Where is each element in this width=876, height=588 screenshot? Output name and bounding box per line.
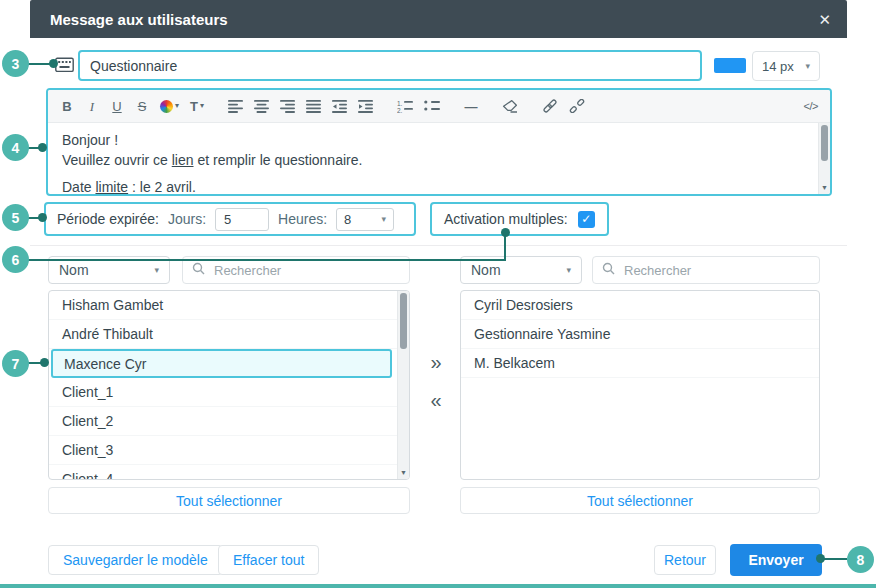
font-size-icon[interactable]: T▾: [190, 97, 204, 115]
check-icon: ✓: [581, 213, 591, 225]
editor-text-underlined: limite: [95, 179, 128, 195]
message-aux-utilisateurs-dialog: Message aux utilisateurs ✕ 14 px ▾ B I U…: [0, 0, 876, 588]
search-icon: [192, 261, 205, 279]
svg-text:2.: 2.: [397, 106, 403, 113]
ordered-list-icon[interactable]: 1.2.: [397, 97, 413, 115]
palette-circle: [160, 100, 173, 113]
search-icon: [602, 261, 615, 279]
send-button[interactable]: Envoyer: [730, 544, 822, 576]
dialog-header: Message aux utilisateurs ✕: [30, 0, 847, 38]
align-left-icon[interactable]: [228, 97, 243, 115]
callout-dot: [816, 554, 825, 563]
left-select-all-button[interactable]: Tout sélectionner: [48, 487, 410, 514]
horizontal-rule-icon[interactable]: —: [464, 97, 478, 115]
list-item[interactable]: Hisham Gambet: [49, 291, 409, 320]
bottom-accent-bar: [0, 584, 876, 588]
unordered-list-icon[interactable]: [424, 97, 440, 115]
callout-badge-4: 4: [2, 134, 29, 161]
subject-input[interactable]: [78, 50, 702, 81]
underline-icon[interactable]: U: [110, 97, 124, 115]
list-item[interactable]: Gestionnaire Yasmine: [461, 320, 819, 349]
align-center-icon[interactable]: [254, 97, 269, 115]
editor-text: Date: [62, 179, 95, 195]
editor-text: Veuillez ouvrir ce: [62, 152, 172, 168]
list-item[interactable]: Client_4: [49, 465, 409, 480]
activation-group: Activation multiples: ✓: [430, 202, 609, 236]
rich-text-editor: B I U S ▾ T▾ 1.2. — </> Bonjour ! Veuill…: [46, 88, 832, 196]
align-justify-icon[interactable]: [306, 97, 321, 115]
font-color-icon[interactable]: ▾: [160, 97, 179, 115]
list-scrollbar[interactable]: ▼: [397, 291, 409, 479]
bold-icon[interactable]: B: [60, 97, 74, 115]
chevron-down-icon: ▾: [805, 62, 810, 71]
clear-all-button[interactable]: Effacer tout: [218, 545, 319, 575]
callout-line: [822, 558, 847, 560]
activation-label: Activation multiples:: [444, 211, 568, 227]
editor-line: Date limite : le 2 avril.: [62, 177, 806, 196]
font-size-value: 14 px: [762, 59, 794, 74]
font-size-select[interactable]: 14 px ▾: [752, 51, 820, 81]
list-item[interactable]: Client_3: [49, 436, 409, 465]
chevron-down-icon: ▾: [566, 266, 571, 275]
unlink-icon[interactable]: [569, 97, 585, 115]
expiry-settings-group: Période expirée: Jours: Heures: 8 ▾: [44, 202, 416, 236]
code-view-icon[interactable]: </>: [804, 97, 818, 115]
scroll-down-icon[interactable]: ▼: [398, 467, 409, 478]
callout-dot: [49, 59, 58, 68]
move-to-left-button[interactable]: «: [427, 390, 445, 410]
editor-content[interactable]: Bonjour ! Veuillez ouvrir ce lien et rem…: [48, 123, 830, 196]
callout-badge-5: 5: [2, 204, 29, 231]
list-item[interactable]: M. Belkacem: [461, 349, 819, 378]
scrollbar-thumb[interactable]: [400, 293, 407, 349]
hours-label: Heures:: [278, 211, 327, 227]
editor-text: Bonjour !: [62, 132, 118, 148]
right-search-input[interactable]: [622, 262, 810, 279]
list-item[interactable]: Cyril Desrosiers: [461, 291, 819, 320]
callout-dot: [38, 213, 47, 222]
list-item[interactable]: Client_2: [49, 407, 409, 436]
chevron-down-icon: ▾: [154, 266, 159, 275]
selected-users-list: Cyril Desrosiers Gestionnaire Yasmine M.…: [460, 290, 820, 480]
hours-select[interactable]: 8 ▾: [336, 208, 394, 231]
editor-toolbar: B I U S ▾ T▾ 1.2. — </>: [48, 90, 830, 123]
right-select-all-button[interactable]: Tout sélectionner: [460, 487, 820, 514]
back-button[interactable]: Retour: [654, 545, 716, 575]
editor-link[interactable]: lien: [172, 152, 194, 168]
list-item[interactable]: André Thibault: [49, 320, 409, 349]
dialog-title: Message aux utilisateurs: [50, 11, 228, 28]
italic-icon[interactable]: I: [85, 97, 99, 115]
editor-text: : le 2 avril.: [128, 179, 196, 195]
days-label: Jours:: [168, 211, 206, 227]
hours-value: 8: [344, 212, 351, 227]
editor-scrollbar[interactable]: ▼: [818, 123, 830, 194]
divider: [30, 245, 847, 246]
outdent-icon[interactable]: [332, 97, 347, 115]
remove-format-icon[interactable]: [502, 97, 518, 115]
filter-value: Nom: [59, 262, 89, 278]
left-search-input[interactable]: [212, 262, 400, 279]
strikethrough-icon[interactable]: S: [135, 97, 149, 115]
days-input[interactable]: [215, 208, 269, 231]
editor-text: et remplir le questionnaire.: [194, 152, 363, 168]
editor-line: Veuillez ouvrir ce lien et remplir le qu…: [62, 150, 806, 170]
close-icon[interactable]: ✕: [818, 12, 831, 27]
subject-field-icon: [55, 57, 74, 73]
move-to-right-button[interactable]: »: [427, 352, 445, 372]
scroll-down-icon[interactable]: ▼: [819, 182, 830, 193]
callout-dot: [38, 143, 47, 152]
list-item[interactable]: Client_1: [49, 378, 409, 407]
scrollbar-thumb[interactable]: [821, 125, 828, 161]
right-search-box: [592, 256, 820, 284]
color-swatch[interactable]: [714, 58, 746, 73]
callout-dot: [40, 358, 49, 367]
activation-checkbox[interactable]: ✓: [578, 211, 595, 228]
callout-dot: [501, 228, 510, 237]
link-icon[interactable]: [542, 97, 558, 115]
callout-badge-8: 8: [847, 546, 874, 573]
list-item-selected[interactable]: Maxence Cyr: [51, 349, 392, 378]
callout-line: [504, 234, 506, 261]
editor-line: Bonjour !: [62, 130, 806, 150]
save-template-button[interactable]: Sauvegarder le modèle: [48, 545, 223, 575]
indent-icon[interactable]: [358, 97, 373, 115]
align-right-icon[interactable]: [280, 97, 295, 115]
